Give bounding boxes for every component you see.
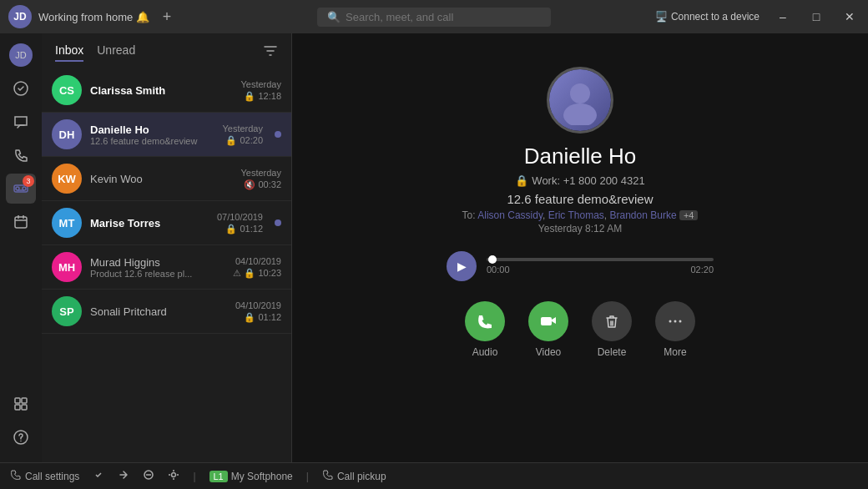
- avatar-initials: JD: [13, 11, 26, 23]
- sidebar-item-apps[interactable]: [6, 389, 36, 419]
- conversation-item[interactable]: KW Kevin Woo Yesterday 🔇 00:32: [42, 157, 291, 201]
- conv-info: Marise Torres: [90, 217, 209, 229]
- conv-meta: 07/10/2019 🔒 01:12: [217, 212, 263, 234]
- conversation-item[interactable]: MT Marise Torres 07/10/2019 🔒 01:12: [42, 201, 291, 245]
- sidebar-item-chat[interactable]: [6, 107, 36, 137]
- svg-rect-5: [15, 217, 27, 228]
- svg-rect-10: [22, 398, 27, 403]
- svg-point-18: [669, 320, 672, 323]
- video-label: Video: [536, 346, 561, 358]
- svg-rect-9: [15, 398, 20, 403]
- search-bar[interactable]: 🔍: [317, 8, 551, 27]
- lock-icon: 🔒: [225, 224, 237, 234]
- conv-name: Marise Torres: [90, 217, 209, 229]
- exclaim-icon: ⚠: [233, 268, 241, 279]
- sidebar-item-help[interactable]: [6, 422, 36, 452]
- conv-name: Sonali Pritchard: [90, 305, 227, 318]
- add-icon[interactable]: +: [163, 8, 172, 26]
- more-label: More: [664, 346, 686, 358]
- inbox-tabs: Inbox Unread: [55, 43, 135, 62]
- audio-player: ▶ 00:00 02:20: [447, 251, 714, 281]
- sidebar-item-activity[interactable]: [6, 73, 36, 103]
- progress-labels: 00:00 02:20: [487, 265, 714, 275]
- sidebar-item-calls[interactable]: [6, 140, 36, 170]
- delete-button[interactable]: [592, 301, 632, 341]
- conv-info: Danielle Ho 12.6 feature demo&review: [90, 124, 214, 146]
- forward-icon: [118, 469, 129, 483]
- sidebar: JD 3: [0, 33, 42, 462]
- conv-duration: 🔒 02:20: [225, 135, 263, 146]
- conversation-item[interactable]: DH Danielle Ho 12.6 feature demo&review …: [42, 113, 291, 157]
- softphone-name: My Softphone: [231, 471, 293, 482]
- progress-thumb: [488, 255, 497, 264]
- progress-container: 00:00 02:20: [487, 258, 714, 275]
- svg-point-23: [172, 473, 176, 477]
- conv-info: Sonali Pritchard: [90, 305, 227, 318]
- conversation-item[interactable]: MH Murad Higgins Product 12.6 release pl…: [42, 245, 291, 290]
- lock-icon: 🔒: [225, 135, 237, 146]
- conv-time: Yesterday: [240, 79, 281, 89]
- conv-time: 04/10/2019: [235, 256, 281, 266]
- call-pickup[interactable]: Call pickup: [322, 469, 386, 483]
- dnd-icon: [143, 469, 154, 483]
- more-button[interactable]: [655, 301, 695, 341]
- sidebar-item-voicemail[interactable]: 3: [6, 174, 36, 204]
- avatar: MT: [52, 208, 82, 238]
- minimize-button[interactable]: –: [773, 7, 793, 27]
- conversation-list: CS Clarissa Smith Yesterday 🔒 12:18 DH D…: [42, 68, 291, 462]
- title-bar-left: JD Working from home 🔔 +: [8, 5, 221, 28]
- contact-phone: 🔒 Work: +1 800 200 4321: [515, 174, 644, 187]
- time-start: 00:00: [487, 265, 510, 275]
- video-call-button[interactable]: [528, 301, 568, 341]
- audio-label: Audio: [472, 346, 498, 358]
- svg-rect-11: [15, 405, 20, 410]
- title-bar-center: 🔍: [221, 8, 647, 27]
- voicemail-time: Yesterday 8:12 AM: [538, 223, 622, 234]
- maximize-button[interactable]: □: [806, 7, 826, 27]
- conversation-item[interactable]: CS Clarissa Smith Yesterday 🔒 12:18: [42, 68, 291, 113]
- tab-unread[interactable]: Unread: [97, 43, 135, 62]
- lock-icon: 🔒: [515, 174, 528, 187]
- connect-device-button[interactable]: 🖥️ Connect to a device: [655, 11, 760, 23]
- svg-point-20: [679, 320, 682, 323]
- filter-icon[interactable]: [263, 43, 278, 62]
- conv-duration: 🔒 12:18: [244, 91, 281, 102]
- mute-icon: 🔇: [244, 179, 255, 190]
- recipients-label: To:: [462, 209, 478, 221]
- conv-duration: 🔒 01:12: [244, 312, 281, 323]
- conv-duration: ⚠ 🔒 10:23: [233, 268, 281, 279]
- detail-panel: Danielle Ho 🔒 Work: +1 800 200 4321 12.6…: [292, 33, 868, 462]
- conv-meta: Yesterday 🔒 12:18: [240, 79, 281, 102]
- conv-duration: 🔒 01:12: [225, 224, 263, 234]
- user-avatar[interactable]: JD: [8, 5, 32, 28]
- conv-meta: 04/10/2019 🔒 01:12: [235, 300, 281, 323]
- softphone-status: L1 My Softphone: [209, 471, 293, 482]
- tab-inbox[interactable]: Inbox: [55, 43, 83, 62]
- conversation-item[interactable]: SP Sonali Pritchard 04/10/2019 🔒 01:12: [42, 290, 291, 334]
- call-settings[interactable]: Call settings: [10, 469, 79, 483]
- svg-point-14: [20, 441, 22, 442]
- avatar-inner: [549, 69, 611, 131]
- close-button[interactable]: ✕: [840, 7, 860, 27]
- conv-name: Clarissa Smith: [90, 84, 232, 97]
- audio-action: Audio: [465, 301, 505, 358]
- svg-point-16: [563, 103, 597, 125]
- sidebar-item-calendar[interactable]: [6, 207, 36, 237]
- conv-meta: 04/10/2019 ⚠ 🔒 10:23: [233, 256, 281, 279]
- search-icon: 🔍: [327, 11, 341, 23]
- contact-name: Danielle Ho: [524, 144, 636, 169]
- play-button[interactable]: ▶: [447, 251, 477, 281]
- sidebar-item-avatar[interactable]: JD: [6, 40, 36, 70]
- softphone-badge: L1: [209, 471, 228, 482]
- call-settings-label: Call settings: [25, 471, 79, 482]
- window-title: Working from home 🔔: [38, 11, 149, 23]
- unread-dot: [275, 219, 281, 226]
- unread-dot: [275, 131, 281, 138]
- search-input[interactable]: [346, 11, 541, 23]
- lock-icon: 🔒: [244, 91, 255, 102]
- recipients-badge: +4: [679, 210, 699, 220]
- progress-track[interactable]: [487, 258, 714, 261]
- avatar: KW: [52, 164, 82, 194]
- audio-call-button[interactable]: [465, 301, 505, 341]
- call-pickup-label: Call pickup: [337, 471, 386, 482]
